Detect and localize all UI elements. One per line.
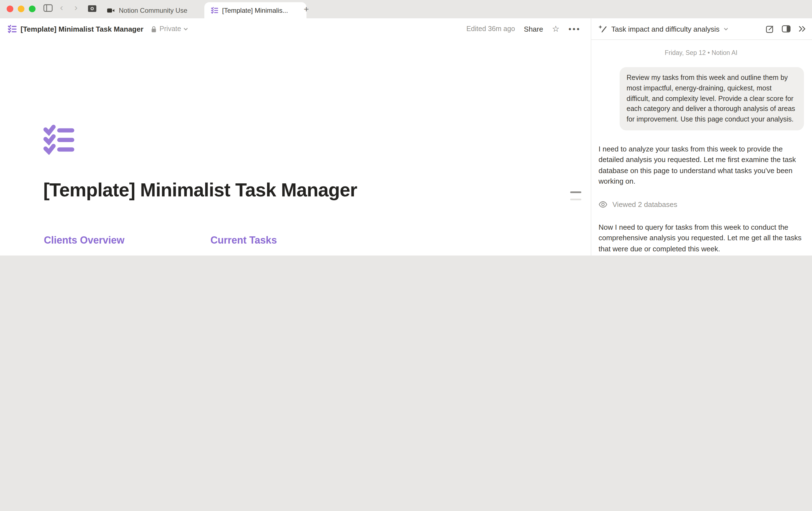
new-tab-button[interactable]: + (304, 4, 309, 14)
page-header: [Template] Minimalist Task Manager Priva… (0, 18, 591, 40)
user-message-bubble: Review my tasks from this week and outli… (619, 67, 804, 130)
video-camera-icon (107, 7, 115, 14)
browser-tab-template-active[interactable]: [Template] Minimalis... (204, 2, 307, 18)
tab-label: Notion Community Use (119, 6, 187, 14)
ai-paragraph: I need to analyze your tasks from this w… (599, 144, 804, 187)
tab-strip: ‹ › Notion Community Use [Template] Mini… (0, 0, 812, 18)
sidebar-toggle-icon[interactable] (43, 4, 53, 12)
clients-overview-heading: Clients Overview (44, 235, 124, 246)
privacy-label: Private (160, 25, 181, 33)
viewed-databases-row[interactable]: Viewed 2 databases (599, 200, 804, 209)
browser-tab-notion-community[interactable]: Notion Community Use (100, 2, 194, 18)
ai-thread-title[interactable]: Task impact and difficulty analysis (598, 24, 728, 33)
share-button[interactable]: Share (524, 25, 543, 33)
page-title[interactable]: [Template] Minimalist Task Manager (43, 179, 357, 201)
collapse-panel-icon[interactable] (798, 26, 806, 32)
page-canvas: [Template] Minimalist Task Manager Clien… (0, 39, 591, 256)
close-window-button[interactable] (7, 5, 13, 12)
back-icon[interactable]: ‹ (60, 2, 63, 13)
minimize-window-button[interactable] (18, 5, 24, 12)
lock-icon (151, 25, 157, 32)
ai-paragraph: Now I need to query for tasks from this … (599, 222, 804, 254)
zoom-window-button[interactable] (29, 5, 35, 12)
checklist-icon (8, 24, 17, 33)
notion-ai-icon (598, 24, 607, 33)
edited-timestamp: Edited 36m ago (466, 25, 515, 33)
panel-toggle-icon[interactable] (781, 25, 790, 33)
chevron-down-icon (723, 26, 728, 31)
toc-indicator[interactable] (570, 199, 581, 200)
checklist-icon (211, 7, 218, 14)
ai-conversation: Friday, Sep 12 • Notion AI Review my tas… (591, 39, 812, 256)
tab-label: [Template] Minimalis... (222, 6, 288, 14)
forward-icon[interactable]: › (75, 2, 78, 13)
eye-icon (599, 201, 607, 208)
conversation-date: Friday, Sep 12 • Notion AI (599, 49, 804, 56)
breadcrumb-title[interactable]: [Template] Minimalist Task Manager (21, 25, 144, 33)
more-options-icon[interactable]: ●●● (568, 26, 581, 32)
chevron-down-icon (183, 26, 188, 31)
current-tasks-heading: Current Tasks (210, 235, 277, 246)
privacy-control[interactable]: Private (151, 25, 188, 33)
compose-icon[interactable] (765, 25, 774, 33)
page-checklist-icon[interactable] (43, 124, 75, 155)
app-thumbnail-icon[interactable] (88, 5, 96, 12)
ai-panel-header: Task impact and difficulty analysis (591, 18, 812, 40)
notion-window: ‹ › Notion Community Use [Template] Mini… (0, 0, 812, 256)
toc-indicator[interactable] (570, 191, 581, 193)
ai-panel: Task impact and difficulty analysis Frid… (591, 18, 812, 256)
window-controls (7, 5, 35, 12)
favorite-star-icon[interactable]: ☆ (552, 24, 559, 34)
